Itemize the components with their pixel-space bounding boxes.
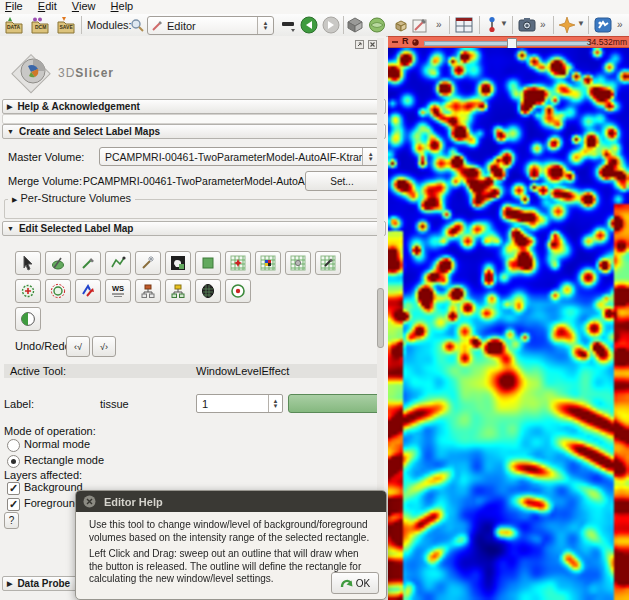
- load-dicom-button[interactable]: DCM: [28, 15, 52, 35]
- change-island-effect-button[interactable]: [255, 251, 281, 275]
- active-tool-label: Active Tool:: [10, 365, 66, 377]
- threshold-effect-button[interactable]: [195, 251, 221, 275]
- rectangle-mode-radio[interactable]: [7, 455, 20, 468]
- window-level-effect-button[interactable]: [15, 307, 41, 331]
- normal-mode-radio[interactable]: [7, 439, 20, 452]
- slice-pin-icon[interactable]: [412, 39, 419, 46]
- mouse-mode-dropdown-icon[interactable]: ▼: [500, 19, 508, 28]
- expanded-triangle-icon: ▼: [7, 128, 14, 135]
- screenshot-icon[interactable]: [518, 17, 536, 32]
- master-volume-selector[interactable]: PCAMPMRI-00461-TwoParameterModel-AutoAIF…: [99, 147, 379, 166]
- toolbar-separator: [512, 16, 513, 34]
- wand-effect-button[interactable]: [135, 251, 161, 275]
- redo-button[interactable]: √›: [92, 336, 116, 357]
- normal-mode-label: Normal mode: [24, 438, 90, 450]
- erode-effect-button[interactable]: [15, 279, 41, 303]
- undo-button[interactable]: ‹√: [66, 336, 90, 357]
- overflow-chevron[interactable]: »: [617, 19, 623, 30]
- menu-help[interactable]: Help: [111, 0, 134, 12]
- active-tool-band: Active Tool: WindowLevelEffect: [4, 364, 382, 378]
- toolbar-separator: [81, 16, 82, 34]
- remove-islands-tree-effect-button[interactable]: [165, 279, 191, 303]
- dialog-title: Editor Help: [104, 496, 163, 508]
- per-structure-volumes-header[interactable]: ▶ Per-Structure Volumes: [8, 192, 135, 204]
- save-button[interactable]: SAVE: [54, 15, 78, 35]
- history-icon[interactable]: [281, 20, 297, 32]
- menu-file[interactable]: File: [5, 0, 23, 12]
- dialog-ok-button[interactable]: OK: [331, 572, 379, 594]
- label-color-swatch[interactable]: [288, 394, 383, 413]
- foreground-checkbox[interactable]: ✓: [7, 498, 20, 511]
- search-icon[interactable]: [130, 18, 144, 32]
- background-label: Background: [24, 481, 83, 493]
- red-slice-controller: R 34.532mm: [388, 36, 629, 48]
- overflow-chevron[interactable]: »: [540, 19, 546, 30]
- label-spinner[interactable]: ▲▼: [268, 395, 282, 412]
- extensions-icon[interactable]: [594, 17, 612, 33]
- slicer-logo-icon: [8, 50, 56, 96]
- volume-rendering-icon[interactable]: [347, 17, 364, 33]
- back-icon[interactable]: [300, 16, 318, 34]
- svg-text:WS: WS: [112, 284, 124, 293]
- paint-effect-button[interactable]: [45, 251, 71, 275]
- save-island-effect-button[interactable]: [315, 251, 341, 275]
- layout-icon[interactable]: [455, 17, 473, 33]
- popout-icon[interactable]: [355, 40, 364, 49]
- master-volume-label: Master Volume:: [8, 151, 84, 163]
- grow-cut-effect-button[interactable]: [195, 279, 221, 303]
- master-volume-spinner[interactable]: ▲▼: [362, 148, 378, 165]
- module-selector[interactable]: Editor ▲▼: [147, 16, 274, 35]
- default-tool-button[interactable]: [15, 251, 41, 275]
- editor-module-icon: [152, 20, 163, 31]
- remove-islands-effect-button[interactable]: [285, 251, 311, 275]
- effect-toolbar-row3: [15, 307, 45, 331]
- draw-effect-button[interactable]: [75, 251, 101, 275]
- effect-toolbar-row1: [15, 251, 345, 275]
- label-value-spinbox[interactable]: 1 ▲▼: [196, 394, 283, 413]
- fast-marching-effect-button[interactable]: [225, 279, 251, 303]
- overflow-chevron[interactable]: »: [436, 19, 442, 30]
- background-checkbox[interactable]: ✓: [7, 482, 20, 495]
- menu-edit[interactable]: Edit: [38, 0, 57, 12]
- ok-arrow-icon: [340, 577, 353, 589]
- models-module-icon[interactable]: [369, 17, 386, 33]
- save-island-tree-effect-button[interactable]: [135, 279, 161, 303]
- slice-offset-value: 34.532mm: [587, 37, 627, 47]
- crosshair-icon[interactable]: [559, 17, 575, 33]
- active-tool-value: WindowLevelEffect: [196, 365, 289, 377]
- forward-icon[interactable]: [322, 16, 340, 34]
- change-label-effect-button[interactable]: [75, 279, 101, 303]
- menu-view[interactable]: View: [72, 0, 96, 12]
- load-data-button[interactable]: DATA: [2, 15, 26, 35]
- dilate-effect-button[interactable]: [45, 279, 71, 303]
- editor-shortcut-icon[interactable]: [412, 17, 429, 33]
- erase-label-button[interactable]: [165, 251, 191, 275]
- effect-help-button[interactable]: ?: [4, 512, 19, 529]
- dialog-paragraph-1: Use this tool to change window/level of …: [89, 519, 375, 544]
- section-create-select-label-maps[interactable]: ▼ Create and Select Label Maps: [2, 124, 386, 139]
- volumes-module-icon[interactable]: [395, 20, 408, 32]
- main-toolbar: DATA DCM SAVE Modules: Editor ▲▼: [0, 14, 629, 37]
- panel-scrollbar-thumb[interactable]: [377, 288, 384, 348]
- toolbar-separator: [553, 16, 554, 34]
- expanded-triangle-icon: ▼: [7, 225, 14, 232]
- slice-collapse-icon[interactable]: [392, 41, 398, 43]
- section-help-acknowledgement[interactable]: ▶ Help & Acknowledgement: [2, 99, 386, 114]
- dialog-close-icon[interactable]: [83, 495, 96, 508]
- level-tracing-effect-button[interactable]: [105, 251, 131, 275]
- watershed-from-markers-effect-button[interactable]: WS: [105, 279, 131, 303]
- dialog-title-bar[interactable]: Editor Help: [76, 491, 386, 512]
- slice-image[interactable]: [388, 48, 629, 600]
- menu-bar: File Edit View Help: [0, 0, 629, 14]
- layers-affected-label: Layers affected:: [4, 469, 82, 481]
- module-selector-spinner[interactable]: ▲▼: [257, 17, 273, 34]
- identify-islands-effect-button[interactable]: [225, 251, 251, 275]
- crosshair-dropdown-icon[interactable]: ▼: [577, 19, 585, 28]
- mouse-mode-icon[interactable]: [487, 16, 497, 33]
- section-edit-selected-label-map[interactable]: ▼ Edit Selected Label Map: [2, 221, 386, 236]
- undo-redo-label: Undo/Redo:: [15, 340, 74, 352]
- close-icon[interactable]: [368, 40, 377, 49]
- merge-volume-set-button[interactable]: Set...: [305, 171, 379, 191]
- logo-text: 3DSlicer: [58, 66, 114, 80]
- label-name: tissue: [100, 398, 129, 410]
